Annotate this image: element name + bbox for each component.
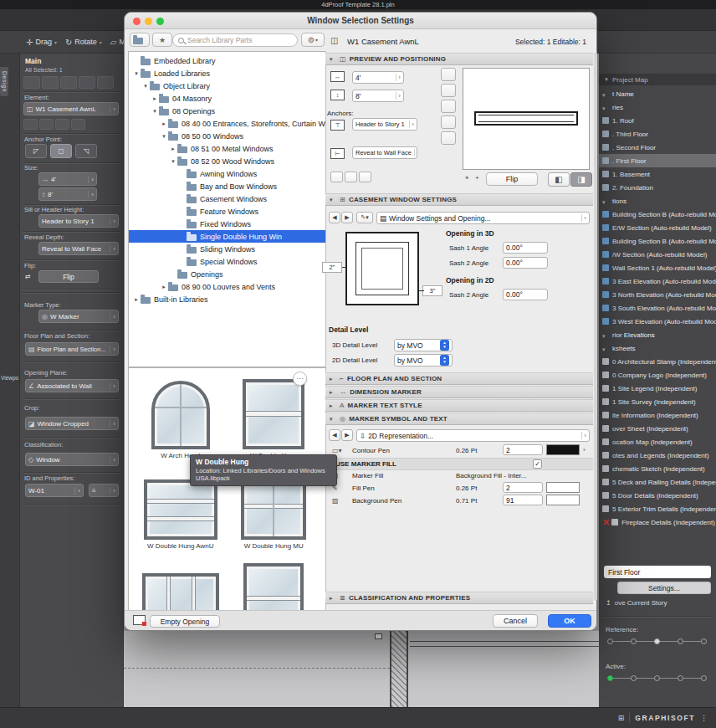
anchor-left-button[interactable]: ◸ <box>25 144 47 158</box>
navigator-item[interactable]: ✕ 0 Architectural Stamp (Independent) <box>599 355 716 368</box>
detail-2d-dropdown[interactable]: by MVO ▲▼ <box>394 354 453 367</box>
reference-slider[interactable] <box>607 638 709 645</box>
page-tools-button[interactable]: ✎▾ <box>356 212 373 223</box>
section-classification[interactable]: ▸ ≣ CLASSIFICATION AND PROPERTIES <box>325 592 593 604</box>
navigator-item[interactable]: ✕ rior Elevations <box>599 328 716 341</box>
section-dimension-marker[interactable]: ▸ ↔ DIMENSION MARKER <box>325 386 593 398</box>
current-story-field[interactable]: First Floor <box>604 566 711 578</box>
flip-button[interactable]: Flip <box>38 270 99 283</box>
floorplan-section-field[interactable]: ▤ Floor Plan and Section... › <box>25 342 119 356</box>
navigator-item[interactable]: ✕ Fireplace Details (Independent) <box>599 515 716 529</box>
ok-button[interactable]: OK <box>548 614 591 628</box>
library-part-thumbnail[interactable]: W Arch Head <box>134 373 228 460</box>
anchor-center-button[interactable]: ◻ <box>50 144 72 158</box>
expander-icon[interactable] <box>132 296 141 303</box>
library-tree-item[interactable]: Awning Windows <box>129 167 325 180</box>
navigator-item[interactable]: ✕ t Name <box>599 87 716 100</box>
navigator-item[interactable]: ✕ 0 Company Logo (Independent) <box>599 368 716 382</box>
library-tree-item[interactable]: Bay and Bow Windows <box>129 180 325 192</box>
list-icon[interactable] <box>55 119 69 130</box>
use-marker-fill-checkbox[interactable]: ✓ <box>533 459 542 469</box>
expander-icon[interactable] <box>160 133 168 140</box>
slider-dot[interactable] <box>654 638 660 644</box>
navigator-item[interactable]: ✕ 1 Site Survey (Independent) <box>599 395 716 408</box>
section-marker-symbol[interactable]: ▾ ◎ MARKER SYMBOL AND TEXT <box>325 413 593 425</box>
sill-anchor-icon[interactable] <box>330 172 343 182</box>
representation-dropdown[interactable]: ⇩ 2D Representation... › <box>356 429 590 442</box>
navigator-item[interactable]: ✕ Building Section B (Auto-rebuild Model… <box>599 234 716 248</box>
empty-opening-button[interactable]: Empty Opening <box>150 615 220 628</box>
slider-dot[interactable] <box>607 638 613 644</box>
background-color-swatch[interactable] <box>546 495 580 505</box>
width-field[interactable]: ↔ 4' › <box>38 172 97 186</box>
id-field[interactable]: W-01 › <box>25 484 84 497</box>
navigator-item[interactable]: ✕ ries <box>599 100 716 114</box>
navigator-item[interactable]: ✕ 1. Basement <box>599 167 716 181</box>
library-tree-item[interactable]: 08 Openings <box>129 105 325 117</box>
browse-icon[interactable] <box>39 119 54 130</box>
navigator-item[interactable]: ✕ E/W Section (Auto-rebuild Model) <box>599 221 716 234</box>
slider-dot[interactable] <box>701 675 707 681</box>
element-field[interactable]: ◫ W1 Casement AwnL › <box>23 102 119 115</box>
reveal-field[interactable]: Reveal to Wall Face› <box>352 146 417 159</box>
navigator-item[interactable]: ✕ 5 Door Details (Independent) <box>599 489 716 502</box>
thumb-view-icon[interactable] <box>441 84 456 97</box>
library-tree-item[interactable]: 08 90 00 Louvres and Vents <box>129 280 325 293</box>
reveal-depth-field[interactable]: Reveal to Wall Face › <box>38 242 119 255</box>
navigator-item[interactable]: ✕ . Second Floor <box>599 141 716 154</box>
anchor-field[interactable]: Header to Story 1› <box>352 118 417 131</box>
next-page-button[interactable]: ▶ <box>341 212 353 223</box>
search-input[interactable]: Search Library Parts <box>172 33 298 47</box>
cancel-button[interactable]: Cancel <box>493 614 538 628</box>
navigator-item[interactable]: ✕ 5 Deck and Railing Details (Independen… <box>599 475 716 489</box>
background-pen-field[interactable]: 91 <box>503 495 543 505</box>
grid-mode-icon[interactable] <box>79 76 95 89</box>
sash2-angle-2d-field[interactable]: 0.00° <box>503 289 548 300</box>
navigator-item[interactable]: ✕ over Sheet (Independent) <box>599 422 716 435</box>
anchor-right-button[interactable]: ◹ <box>75 144 97 158</box>
navigator-item[interactable]: ✕ ocation Map (Independent) <box>599 435 716 449</box>
width-field[interactable]: 4'› <box>352 71 404 84</box>
expander-icon[interactable] <box>151 108 159 115</box>
chevron-right-icon[interactable]: › <box>583 446 586 454</box>
sash2-angle-field[interactable]: 0.00° <box>503 257 548 269</box>
navigator-item[interactable]: ✕ ite Information (Independent) <box>599 408 716 422</box>
library-tree-item[interactable]: Fixed Windows <box>129 218 325 230</box>
list-view-icon[interactable] <box>441 68 456 81</box>
stepper-icon[interactable]: ▲▼ <box>440 355 449 366</box>
header-anchor-icon[interactable] <box>345 172 357 182</box>
mirror-left-button[interactable]: ◧ <box>548 172 570 187</box>
anchor-menu-icon[interactable] <box>359 172 371 182</box>
navigator-item[interactable]: ✕ 3 South Elevation (Auto-rebuild Model) <box>599 301 716 315</box>
settings-page-dropdown[interactable]: ▤ Window Settings and Opening... › <box>376 212 590 224</box>
navigator-item[interactable]: ✕ 3 North Elevation (Auto-rebuild Model) <box>599 288 716 301</box>
height-field[interactable]: 8'› <box>352 90 404 102</box>
navigator-item[interactable]: ✕ Building Section B (Auto-rebuild Model… <box>599 208 716 221</box>
slider-dot-active[interactable] <box>607 675 613 681</box>
sill-height-field[interactable]: Header to Story 1 › <box>38 214 119 228</box>
navigator-item[interactable]: ✕ otes and Legends (Independent) <box>599 449 716 462</box>
library-tree-item[interactable]: 08 40 00 Entrances, Storefronts, Curtain… <box>129 117 325 130</box>
navigator-item[interactable]: ✕ tions <box>599 194 716 208</box>
snap-point-icon[interactable] <box>42 76 59 89</box>
section-floor-plan[interactable]: ▸ ⌐ FLOOR PLAN AND SECTION <box>325 372 593 385</box>
navigator-item[interactable]: ✕ 3 West Elevation (Auto-rebuild Model) <box>599 315 716 328</box>
favorites-icon[interactable] <box>23 119 38 130</box>
tab-overview-icon[interactable]: ⊞ <box>618 714 625 722</box>
slider-dot[interactable] <box>631 638 637 644</box>
library-tree-item[interactable]: Sliding Windows <box>129 243 325 255</box>
navigator-item[interactable]: ✕ ksheets <box>599 341 716 355</box>
expander-icon[interactable] <box>151 95 159 102</box>
photo-view-icon[interactable] <box>441 115 456 129</box>
expander-icon[interactable] <box>160 284 168 290</box>
info-icon[interactable] <box>441 131 456 145</box>
arrow-mode-icon[interactable] <box>23 76 40 89</box>
navigator-item[interactable]: ✕ chematic Sketch (Independent) <box>599 462 716 475</box>
contour-color-swatch[interactable] <box>546 444 580 455</box>
settings-menu-button[interactable]: ⚙▾ <box>301 33 325 47</box>
expander-icon[interactable] <box>169 146 177 152</box>
library-tree-item[interactable]: Special Windows <box>129 255 325 268</box>
drag-handle-icon[interactable]: ⋮ <box>700 714 708 722</box>
contrast-icon[interactable] <box>441 100 456 113</box>
design-tab[interactable]: Design <box>0 67 8 96</box>
